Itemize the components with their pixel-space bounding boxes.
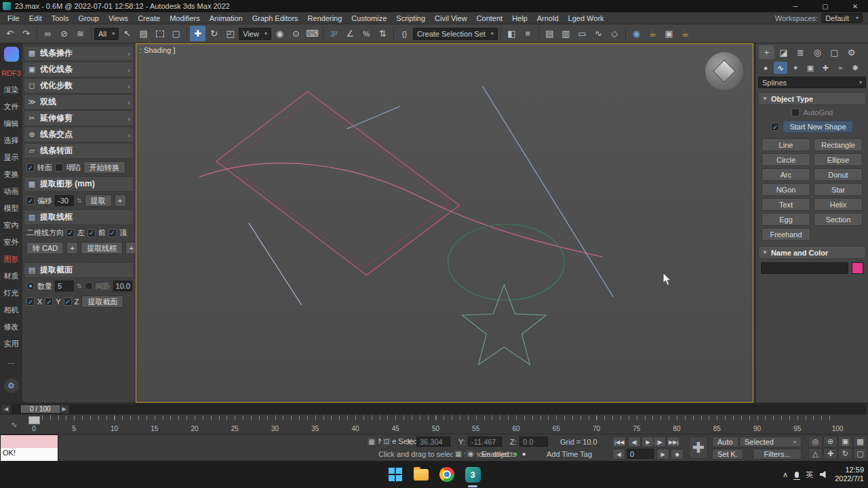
rollout-extract-wireframe[interactable]: ▥ 提取线框 xyxy=(24,209,134,225)
keyboard-shortcut-override-icon[interactable]: ⌨ xyxy=(304,26,320,41)
rollout-line-intersection[interactable]: ⊕ 线条交点 › xyxy=(24,127,134,142)
track-bar[interactable]: ∿ 0 5 10 15 20 25 30 35 40 45 50 55 60 6… xyxy=(0,414,868,434)
use-pivot-point-icon[interactable]: ◉ xyxy=(272,26,288,41)
menu-scripting[interactable]: Scripting xyxy=(391,14,430,22)
listener-line[interactable]: OK! xyxy=(1,448,58,461)
to-cad-button[interactable]: 转 CAD xyxy=(26,242,64,254)
reference-coordinate-dropdown[interactable]: View ▾ xyxy=(239,28,271,40)
sidebar-item-material[interactable]: 材质 xyxy=(0,268,22,285)
previous-key-button[interactable]: ◀ xyxy=(612,449,625,460)
z-checkbox[interactable]: ✓ xyxy=(64,298,72,306)
start-button[interactable] xyxy=(387,466,404,483)
viewport[interactable]: : Shading ] xyxy=(136,43,753,403)
rollout-extract-section[interactable]: ▤ 提取截面 xyxy=(24,262,134,278)
spline-rectangle-offset[interactable] xyxy=(226,99,450,268)
sidebar-item-animation[interactable]: 动画 xyxy=(0,183,22,200)
menu-content[interactable]: Content xyxy=(472,14,508,22)
toggle-scene-explorer-icon[interactable]: ▤ xyxy=(542,26,557,41)
clock[interactable]: 12:59 2022/7/1 xyxy=(835,466,864,483)
gap-radio[interactable] xyxy=(85,282,93,290)
go-to-end-button[interactable]: ▶▶| xyxy=(667,436,680,447)
chrome-button[interactable] xyxy=(438,466,456,483)
window-crossing-icon[interactable]: ▢ xyxy=(168,26,184,41)
toggle-ribbon-icon[interactable]: ▭ xyxy=(574,26,590,41)
rollout-line-operations[interactable]: ▦ 线条操作 › xyxy=(24,45,134,61)
maximize-button[interactable]: ▢ xyxy=(812,0,838,12)
auto-key-button[interactable]: Auto xyxy=(712,436,738,447)
y-checkbox[interactable]: ✓ xyxy=(45,298,53,306)
align-icon[interactable]: ≡ xyxy=(520,26,536,41)
sidebar-item-modify[interactable]: 修改 xyxy=(0,319,22,336)
viewcube-cube-icon[interactable] xyxy=(713,60,736,83)
angle-snap-icon[interactable]: ∠ xyxy=(342,26,358,41)
schematic-view-icon[interactable]: ◇ xyxy=(607,26,623,41)
time-slider[interactable]: 0 / 100 xyxy=(21,405,60,413)
orbit-icon[interactable]: ↻ xyxy=(838,448,852,460)
selection-lock-icon[interactable]: ⊡ xyxy=(381,436,392,447)
sidebar-item-lights[interactable]: 灯光 xyxy=(0,285,22,302)
helix-button[interactable]: Helix xyxy=(814,198,863,211)
rollout-extend-trim[interactable]: ✂ 延伸修剪 › xyxy=(24,110,134,126)
snaps-toggle-icon[interactable]: 3² xyxy=(326,26,342,41)
y-coordinate-field[interactable]: -11.467 xyxy=(468,436,502,447)
maximize-viewport-icon[interactable]: ▢ xyxy=(853,448,867,460)
rollout-double-line[interactable]: ≫ 双线 › xyxy=(24,94,134,110)
zoom-icon[interactable]: ◎ xyxy=(808,436,823,447)
spline-curve[interactable] xyxy=(199,163,602,257)
current-frame-handle[interactable] xyxy=(28,416,40,424)
undo-icon[interactable]: ↶ xyxy=(2,26,18,41)
freehand-button[interactable]: Freehand xyxy=(762,228,810,241)
to-cad-plus-button[interactable]: + xyxy=(66,242,78,254)
text-button[interactable]: Text xyxy=(762,198,810,211)
percent-snap-icon[interactable]: % xyxy=(359,26,374,41)
enabled-on-dot[interactable]: ● xyxy=(514,451,517,458)
viewport-canvas[interactable] xyxy=(136,44,753,402)
shapes-category-icon[interactable]: ∿ xyxy=(774,62,787,74)
rollout-optimize-steps[interactable]: ◻ 优化步数 › xyxy=(24,78,134,94)
maxscript-mini-listener[interactable]: OK! xyxy=(0,434,58,462)
object-color-swatch[interactable] xyxy=(852,262,863,274)
line-button[interactable]: Line xyxy=(762,138,810,151)
edit-named-selection-sets-icon[interactable]: {} xyxy=(397,26,412,41)
extract-shape-button[interactable]: 提取 xyxy=(85,195,112,207)
pan-icon[interactable]: ✚ xyxy=(823,448,837,460)
select-and-move-icon[interactable]: ✚ xyxy=(190,26,205,41)
menu-arnold[interactable]: Arnold xyxy=(532,14,564,22)
spline-line-long[interactable] xyxy=(482,86,613,297)
bind-to-space-warp-icon[interactable]: ≋ xyxy=(73,26,88,41)
zoom-extents-icon[interactable]: ▣ xyxy=(838,436,852,447)
menu-lged-work[interactable]: Lged Work xyxy=(564,14,609,22)
arc-button[interactable]: Arc xyxy=(762,168,810,181)
microphone-icon[interactable] xyxy=(795,472,799,478)
count-value-field[interactable]: 5 xyxy=(55,281,74,291)
render-setup-icon[interactable]: ☕ xyxy=(645,26,660,41)
spinner-icon[interactable]: ⇅ xyxy=(77,283,82,289)
viewport-label[interactable]: : Shading ] xyxy=(140,46,176,54)
key-mode-toggle-icon[interactable]: ◆ xyxy=(671,449,684,460)
track-toggle-icon[interactable]: ◉ xyxy=(465,449,476,459)
select-by-name-icon[interactable]: ▤ xyxy=(136,26,151,41)
spacewarps-category-icon[interactable]: ≈ xyxy=(833,62,847,74)
mini-curve-editor-icon[interactable]: ∿ xyxy=(11,420,17,429)
sidebar-item-transform[interactable]: 变换 xyxy=(0,166,22,183)
spinner-snap-icon[interactable]: ⇅ xyxy=(375,26,391,41)
select-and-scale-icon[interactable]: ◰ xyxy=(222,26,238,41)
systems-category-icon[interactable]: ✱ xyxy=(848,62,862,74)
sidebar-item-select[interactable]: 选择 xyxy=(0,132,22,149)
sidebar-item-file[interactable]: 文件 xyxy=(0,98,22,115)
close-button[interactable]: ✕ xyxy=(842,0,868,12)
display-tab-icon[interactable]: ▢ xyxy=(827,45,842,59)
x-coordinate-field[interactable]: 36.304 xyxy=(416,436,450,447)
name-color-rollout[interactable]: ▼ Name and Color xyxy=(758,246,866,259)
spline-ellipse[interactable] xyxy=(448,224,564,300)
x-checkbox[interactable]: ✓ xyxy=(26,298,35,306)
extract-shape-plus-button[interactable]: + xyxy=(115,195,126,207)
object-type-rollout[interactable]: ▼ Object Type xyxy=(758,92,866,105)
lights-category-icon[interactable]: ✦ xyxy=(789,62,802,74)
material-editor-icon[interactable]: ◉ xyxy=(629,26,644,41)
previous-frame-arrow[interactable]: ◀ xyxy=(1,405,11,413)
collapse-checkbox[interactable] xyxy=(55,163,63,171)
current-time-field[interactable]: 0 xyxy=(627,449,654,459)
spinner-icon[interactable]: ⇅ xyxy=(77,197,82,204)
menu-modifiers[interactable]: Modifiers xyxy=(165,14,205,22)
